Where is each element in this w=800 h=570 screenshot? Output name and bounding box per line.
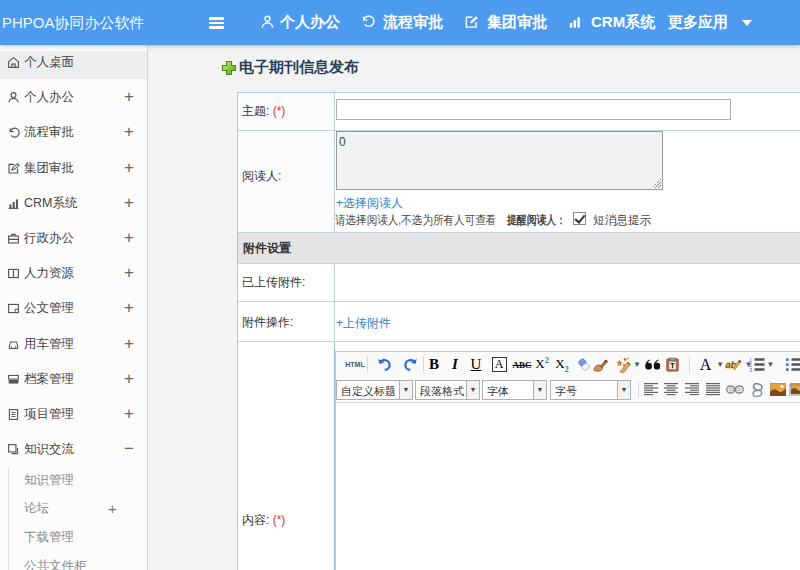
svg-text:3: 3 xyxy=(749,367,752,372)
